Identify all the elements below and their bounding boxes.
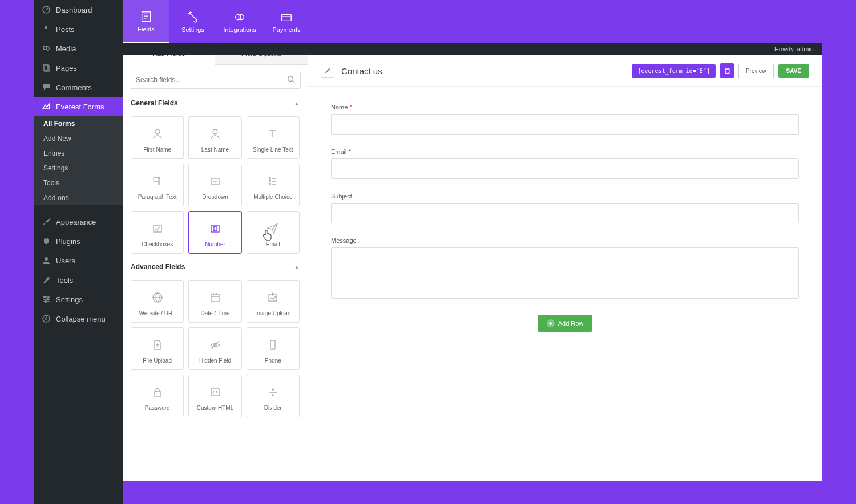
sidebar-item-label: Dashboard [56, 6, 92, 14]
eye-slash-icon [208, 337, 222, 353]
preview-button[interactable]: Preview [738, 64, 774, 78]
builder-top-toolbar: Fields Settings Integrations Payments [123, 0, 822, 43]
forms-icon [41, 101, 51, 112]
svg-rect-24 [211, 294, 219, 302]
submenu-entries[interactable]: Entries [34, 146, 123, 161]
sidebar-item-settings[interactable]: Settings [34, 290, 123, 309]
sidebar-item-label: Collapse menu [56, 315, 106, 323]
submenu-addons[interactable]: Add-ons [34, 190, 123, 205]
field-image-upload[interactable]: Image Upload [247, 280, 300, 323]
form-field-message[interactable]: Message [331, 237, 799, 301]
save-button[interactable]: SAVE [778, 64, 810, 78]
field-url[interactable]: Website / URL [131, 280, 184, 323]
sidebar-item-everest-forms[interactable]: Everest Forms [34, 97, 123, 116]
sidebar-item-label: Appearance [56, 218, 96, 226]
field-label: Custom HTML [197, 405, 233, 411]
field-date[interactable]: Date / Time [188, 280, 241, 323]
field-email[interactable]: Email [247, 211, 300, 254]
top-tab-settings[interactable]: Settings [169, 0, 216, 43]
comment-icon [41, 82, 51, 92]
copy-shortcode-button[interactable] [720, 63, 734, 78]
svg-rect-21 [211, 225, 219, 232]
top-tab-payments[interactable]: Payments [263, 0, 310, 43]
chevron-up-icon: ▲ [294, 264, 300, 270]
field-multiple-choice[interactable]: Multiple Choice [247, 164, 300, 206]
subject-input[interactable] [331, 203, 799, 223]
sidebar-item-collapse[interactable]: Collapse menu [34, 309, 123, 328]
sidebar-item-media[interactable]: Media [34, 39, 123, 58]
form-field-name[interactable]: Name * [331, 104, 799, 135]
sidebar-item-appearance[interactable]: Appearance [34, 212, 123, 231]
form-field-email[interactable]: Email * [331, 148, 799, 179]
submenu-tools[interactable]: Tools [34, 176, 123, 190]
field-divider[interactable]: Divider [247, 375, 300, 417]
pencil-icon[interactable] [321, 64, 334, 78]
form-field-subject[interactable]: Subject [331, 193, 799, 223]
media-icon [41, 43, 51, 54]
section-title: Advanced Fields [131, 263, 185, 271]
add-row-button[interactable]: + Add Row [538, 315, 593, 332]
top-tab-integrations[interactable]: Integrations [216, 0, 263, 43]
advanced-fields-header[interactable]: Advanced Fields ▲ [123, 258, 308, 275]
users-icon [41, 255, 51, 266]
plus-icon: + [547, 319, 555, 327]
field-file-upload[interactable]: File Upload [131, 327, 184, 370]
sidebar-item-tools[interactable]: Tools [34, 270, 123, 290]
field-last-name[interactable]: Last Name [188, 116, 241, 159]
svg-point-15 [213, 129, 217, 134]
submenu-add-new[interactable]: Add New [34, 131, 123, 146]
file-upload-icon [151, 337, 164, 353]
field-label: Paragraph Text [138, 194, 177, 200]
message-textarea[interactable] [331, 247, 799, 299]
field-label: Dropdown [202, 194, 228, 200]
field-password[interactable]: Password [131, 375, 184, 417]
name-input[interactable] [331, 114, 799, 135]
svg-point-18 [269, 181, 271, 182]
shortcode-display: [everest_form id="8"] [632, 64, 715, 78]
field-custom-html[interactable]: Custom HTML [188, 375, 241, 417]
field-label: Divider [264, 405, 282, 411]
sliders-icon [41, 294, 51, 304]
submenu-all-forms[interactable]: All Forms [34, 116, 123, 131]
fields-icon [139, 10, 153, 23]
canvas-header: Contact us [everest_form id="8"] Preview… [308, 55, 822, 87]
field-label: Website / URL [139, 310, 176, 316]
svg-point-14 [155, 129, 160, 134]
payments-icon [280, 10, 293, 24]
field-label: Email * [331, 148, 799, 155]
field-label: First Name [143, 147, 171, 153]
field-paragraph[interactable]: Paragraph Text [131, 164, 184, 206]
field-label: Hidden Field [199, 357, 231, 364]
sidebar-item-pages[interactable]: Pages [34, 58, 123, 78]
field-hidden[interactable]: Hidden Field [188, 327, 241, 370]
sidebar-submenu: All Forms Add New Entries Settings Tools… [34, 116, 123, 205]
field-number[interactable]: Number [188, 211, 241, 254]
sidebar-item-plugins[interactable]: Plugins [34, 231, 123, 251]
field-first-name[interactable]: First Name [131, 116, 184, 159]
field-single-line[interactable]: Single Line Text [247, 116, 300, 159]
sidebar-item-dashboard[interactable]: Dashboard [34, 0, 123, 19]
svg-rect-9 [142, 11, 151, 21]
email-input[interactable] [331, 158, 799, 179]
svg-point-7 [45, 301, 47, 303]
search-fields-input[interactable] [130, 71, 301, 89]
sidebar-item-comments[interactable]: Comments [34, 78, 123, 97]
search-icon [287, 75, 295, 83]
general-fields-header[interactable]: General Fields ▲ [123, 95, 308, 112]
svg-rect-20 [154, 225, 161, 232]
field-dropdown[interactable]: Dropdown [188, 164, 241, 206]
sidebar-item-label: Users [56, 257, 75, 265]
sidebar-item-posts[interactable]: Posts [34, 19, 123, 39]
submenu-settings[interactable]: Settings [34, 161, 123, 176]
field-phone[interactable]: Phone [247, 327, 300, 370]
admin-bar: Howdy, admin [123, 43, 822, 55]
form-title[interactable]: Contact us [341, 66, 382, 76]
dashboard-icon [41, 5, 51, 15]
form-preview-area: Name * Email * Subject Message + A [308, 87, 822, 481]
field-checkboxes[interactable]: Checkboxes [131, 211, 184, 254]
sidebar-item-users[interactable]: Users [34, 251, 123, 270]
sidebar-item-label: Settings [56, 295, 83, 304]
field-label: Phone [265, 357, 281, 364]
top-tab-fields[interactable]: Fields [123, 0, 169, 43]
dropdown-icon [208, 173, 222, 189]
